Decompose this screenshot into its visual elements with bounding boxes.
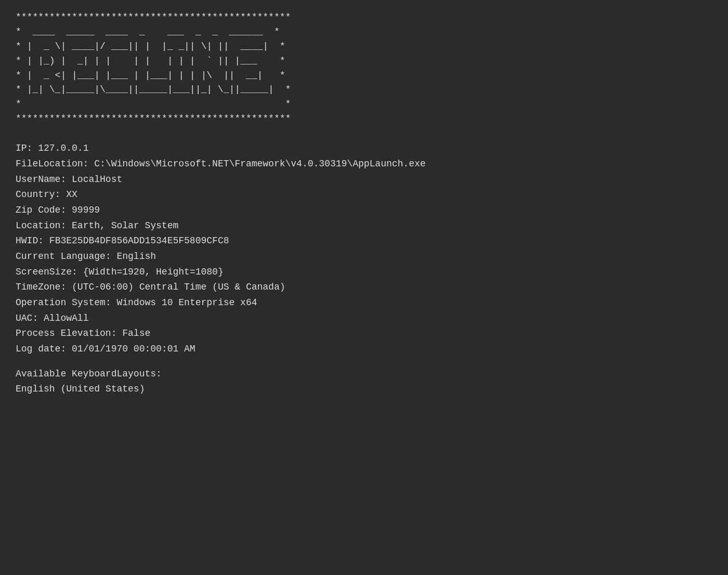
timezone-label: TimeZone: [16,282,66,292]
log-date-value: 01/01/1970 00:00:01 AM [72,344,196,354]
country-line: Country: XX [16,187,712,203]
uac-label: UAC: [16,313,38,323]
zipcode-value: 99999 [72,205,100,215]
language-line: Current Language: English [16,249,712,265]
language-value: English [116,251,156,262]
ip-value: 127.0.0.1 [38,143,88,153]
ip-line: IP: 127.0.0.1 [16,141,712,156]
screensize-value: {Width=1920, Height=1080} [83,267,224,277]
location-value: Earth, Solar System [72,220,178,231]
hwid-value: FB3E25DB4DF856ADD1534E5F5809CFC8 [49,236,229,246]
terminal-window: ****************************************… [16,10,712,397]
os-line: Operation System: Windows 10 Enterprise … [16,295,712,311]
filelocation-value: C:\Windows\Microsoft.NET\Framework\v4.0.… [94,159,425,169]
zipcode-line: Zip Code: 99999 [16,203,712,218]
country-label: Country: [16,189,60,200]
os-label: Operation System: [16,297,111,308]
location-label: Location: [16,220,66,231]
zipcode-label: Zip Code: [16,205,66,215]
username-value: LocalHost [72,174,122,185]
timezone-value: (UTC-06:00) Central Time (US & Canada) [72,282,285,292]
timezone-line: TimeZone: (UTC-06:00) Central Time (US &… [16,280,712,295]
ascii-banner: ****************************************… [16,10,712,126]
country-value: XX [66,189,77,200]
process-elevation-line: Process Elevation: False [16,326,712,342]
process-elevation-value: False [122,328,150,338]
hwid-label: HWID: [16,236,44,246]
os-value: Windows 10 Enterprise x64 [116,297,257,308]
keyboard-section: Available KeyboardLayouts: English (Unit… [16,367,712,397]
info-block: IP: 127.0.0.1 FileLocation: C:\Windows\M… [16,141,712,357]
uac-value: AllowAll [44,313,88,323]
process-elevation-label: Process Elevation: [16,328,116,338]
hwid-line: HWID: FB3E25DB4DF856ADD1534E5F5809CFC8 [16,233,712,249]
filelocation-label: FileLocation: [16,159,88,169]
username-label: UserName: [16,174,66,185]
uac-line: UAC: AllowAll [16,311,712,326]
screensize-line: ScreenSize: {Width=1920, Height=1080} [16,265,712,280]
language-label: Current Language: [16,251,111,262]
filelocation-line: FileLocation: C:\Windows\Microsoft.NET\F… [16,156,712,172]
log-date-line: Log date: 01/01/1970 00:00:01 AM [16,342,712,357]
screensize-label: ScreenSize: [16,267,77,277]
location-line: Location: Earth, Solar System [16,218,712,234]
ip-label: IP: [16,143,32,153]
keyboard-header: Available KeyboardLayouts: [16,367,712,382]
keyboard-layout-label: English (United States) [16,384,145,394]
log-date-label: Log date: [16,344,66,354]
username-line: UserName: LocalHost [16,172,712,188]
keyboard-layout-0: English (United States) [16,382,712,397]
